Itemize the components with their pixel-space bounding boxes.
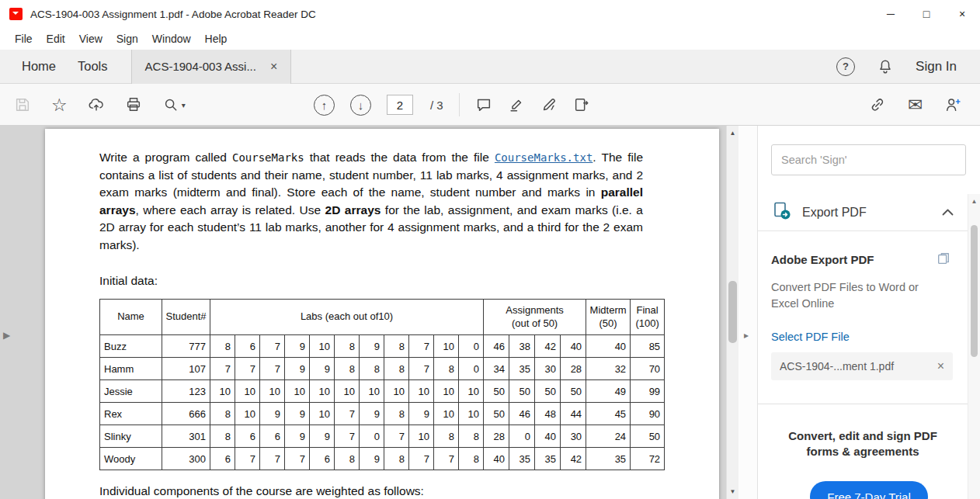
print-icon[interactable] <box>125 96 142 113</box>
marks-table: Name Student# Labs (each out of10) Assig… <box>99 299 665 470</box>
header-student: Student# <box>162 300 210 335</box>
promo-text: Convert, edit and sign PDF forms & agree… <box>785 428 940 459</box>
tools-panel: Export PDF Adobe Export PDF Convert PDF … <box>757 126 980 499</box>
cell-value: 7 <box>260 335 285 358</box>
cell-value: 48 <box>535 403 561 425</box>
cell-value: 107 <box>162 358 210 380</box>
cell-value: 10 <box>310 380 335 403</box>
cell-value: 0 <box>509 425 535 448</box>
select-pdf-file-link[interactable]: Select PDF File <box>771 331 850 343</box>
cell-value: 9 <box>310 358 335 380</box>
cell-value: 10 <box>285 380 310 403</box>
toolbar-right-group: ✉ <box>869 84 961 126</box>
sign-in-button[interactable]: Sign In <box>916 59 957 75</box>
nav-pane-toggle-icon[interactable]: ▶ <box>3 330 10 341</box>
pdf-page-content: Write a program called CourseMarks that … <box>45 129 719 498</box>
menu-item-window[interactable]: Window <box>145 33 198 45</box>
cell-value: 85 <box>631 335 665 358</box>
add-user-icon[interactable] <box>944 96 961 113</box>
table-row: Rex666810991079891010504648444590 <box>100 403 665 425</box>
cell-value: 7 <box>260 358 285 380</box>
cell-value: 6 <box>235 335 260 358</box>
star-favorites-icon[interactable]: ☆ <box>51 96 68 114</box>
share-cloud-upload-icon[interactable] <box>88 96 105 113</box>
paragraph-segment: Write a program called <box>99 151 232 164</box>
export-description: Convert PDF Files to Word or Excel Onlin… <box>771 279 940 312</box>
scrollbar-up-icon[interactable]: ▲ <box>727 130 738 137</box>
export-pdf-section-header[interactable]: Export PDF <box>758 194 968 231</box>
coursemarks-txt-link[interactable]: CourseMarks.txt <box>495 151 593 164</box>
panel-collapse-toggle-icon[interactable]: ▸ <box>744 330 749 341</box>
panel-scrollbar[interactable]: ▲ <box>968 194 980 499</box>
cell-value: 0 <box>360 425 384 448</box>
cell-value: 8 <box>434 358 459 380</box>
table-row: Jessie1231010101010101010101010505050504… <box>100 380 665 403</box>
chevron-up-icon[interactable] <box>942 209 954 216</box>
maximize-button[interactable]: □ <box>909 0 944 28</box>
tab-document-label: ACS-1904-003 Assi... <box>145 60 256 73</box>
highlight-icon[interactable] <box>508 96 525 113</box>
panel-scrollbar-up-icon[interactable]: ▲ <box>968 198 980 205</box>
save-icon[interactable] <box>14 96 31 113</box>
cell-value: 123 <box>162 380 210 403</box>
cell-value: 50 <box>484 403 509 425</box>
page-count-label: / 3 <box>430 99 443 112</box>
panel-rail: ▸ <box>738 126 757 499</box>
pages-copy-icon <box>937 251 950 269</box>
cell-value: 8 <box>384 403 409 425</box>
zoom-tool-icon[interactable]: ▾ <box>162 96 186 113</box>
cell-student-name: Jessie <box>100 380 162 403</box>
cell-value: 6 <box>235 425 260 448</box>
cell-value: 9 <box>285 425 310 448</box>
cell-value: 6 <box>260 425 285 448</box>
share-link-icon[interactable] <box>869 96 886 113</box>
toolbar-separator <box>459 93 460 116</box>
tab-tools[interactable]: Tools <box>78 59 108 74</box>
cell-value: 7 <box>409 335 434 358</box>
cell-student-name: Rex <box>100 403 162 425</box>
fill-sign-icon[interactable] <box>540 96 558 113</box>
cell-value: 32 <box>586 358 631 380</box>
menu-item-help[interactable]: Help <box>198 33 235 45</box>
previous-page-button[interactable]: ↑ <box>314 95 335 116</box>
comment-icon[interactable] <box>475 96 492 113</box>
cell-value: 10 <box>409 425 434 448</box>
free-trial-button[interactable]: Free 7-Day Trial <box>810 481 928 499</box>
cell-student-name: Hamm <box>100 358 162 380</box>
cell-value: 7 <box>434 448 459 470</box>
tab-close-icon[interactable]: × <box>270 60 277 74</box>
close-button[interactable]: × <box>944 0 980 28</box>
stamp-icon[interactable] <box>573 96 590 113</box>
header-assignments-line1: Assignments <box>485 304 585 317</box>
cell-value: 7 <box>210 358 235 380</box>
tab-home[interactable]: Home <box>22 59 56 74</box>
header-labs: Labs (each out of10) <box>210 300 484 335</box>
send-email-icon[interactable]: ✉ <box>908 96 923 114</box>
scrollbar-down-icon[interactable]: ▼ <box>727 488 738 495</box>
minimize-button[interactable]: ─ <box>873 0 909 28</box>
search-input[interactable] <box>771 144 966 175</box>
next-page-button[interactable]: ↓ <box>350 95 371 116</box>
cell-value: 7 <box>235 358 260 380</box>
remove-file-icon[interactable]: × <box>937 359 944 373</box>
tab-document[interactable]: ACS-1904-003 Assi... × <box>131 50 292 84</box>
arrow-down-icon: ↓ <box>358 99 364 112</box>
cell-value: 8 <box>335 448 360 470</box>
cell-value: 8 <box>384 358 409 380</box>
cell-value: 35 <box>509 358 535 380</box>
scrollbar-thumb[interactable] <box>728 281 737 343</box>
menu-item-file[interactable]: File <box>8 33 40 45</box>
cell-value: 10 <box>434 380 459 403</box>
cell-value: 300 <box>162 448 210 470</box>
menu-item-view[interactable]: View <box>72 33 109 45</box>
menu-item-sign[interactable]: Sign <box>109 33 145 45</box>
panel-scrollbar-thumb[interactable] <box>971 225 978 357</box>
document-scrollbar[interactable]: ▲ ▼ <box>726 126 738 499</box>
window-controls: ─ □ × <box>873 0 980 28</box>
page-number-input[interactable]: 2 <box>387 95 413 115</box>
cell-value: 90 <box>631 403 665 425</box>
cell-value: 99 <box>631 380 665 403</box>
menu-item-edit[interactable]: Edit <box>40 33 72 45</box>
help-icon[interactable]: ? <box>836 57 855 76</box>
notifications-bell-icon[interactable] <box>877 58 894 75</box>
